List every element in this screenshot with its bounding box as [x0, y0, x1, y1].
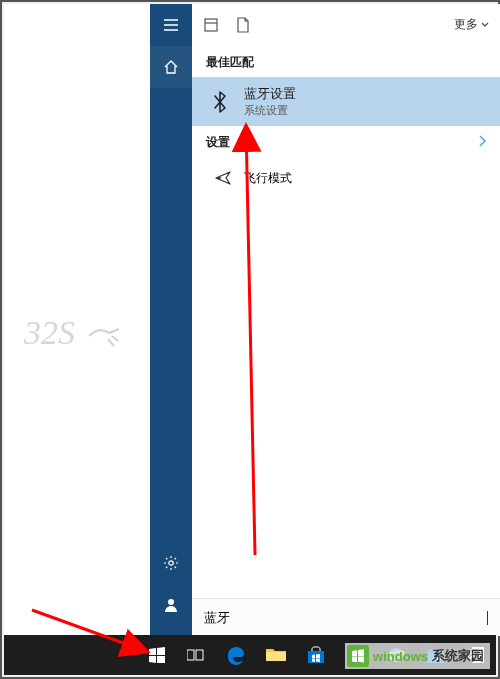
apps-filter-button[interactable]: [202, 16, 220, 34]
search-box[interactable]: [192, 598, 500, 636]
chevron-right-icon: [478, 135, 486, 150]
svg-point-1: [168, 599, 174, 605]
search-input[interactable]: [204, 610, 487, 625]
more-button[interactable]: 更多: [454, 16, 490, 33]
brand-sub-text: 系统家园: [432, 647, 484, 665]
svg-rect-4: [196, 650, 203, 660]
user-button[interactable]: [150, 584, 192, 626]
setting-item-label: 飞行模式: [244, 170, 292, 187]
best-match-section-label: 最佳匹配: [192, 46, 500, 77]
document-icon: [236, 17, 250, 33]
hamburger-icon: [163, 17, 179, 33]
apps-icon: [203, 17, 219, 33]
search-results-pane: 更多 最佳匹配 蓝牙设置 系统设置 设置: [192, 4, 500, 636]
start-button[interactable]: [137, 635, 177, 675]
best-match-subtitle: 系统设置: [244, 103, 296, 118]
svg-point-0: [169, 561, 173, 565]
results-header: 更多: [192, 4, 500, 46]
airplane-icon: [212, 167, 234, 189]
more-label: 更多: [454, 16, 478, 33]
user-icon: [163, 597, 179, 613]
windows-logo-icon: [149, 647, 165, 663]
settings-section-header[interactable]: 设置: [192, 126, 500, 159]
store-button[interactable]: [296, 635, 336, 675]
best-match-title: 蓝牙设置: [244, 85, 296, 103]
settings-button[interactable]: [150, 542, 192, 584]
start-sidebar: [150, 4, 192, 636]
settings-section-label: 设置: [206, 134, 230, 151]
home-icon: [163, 59, 179, 75]
edge-button[interactable]: [216, 635, 256, 675]
best-match-result[interactable]: 蓝牙设置 系统设置: [192, 77, 500, 126]
taskview-button[interactable]: [176, 635, 216, 675]
svg-rect-5: [266, 652, 286, 661]
taskview-icon: [187, 648, 205, 662]
brand-watermark: windows 系统家园: [345, 643, 490, 669]
start-search-panel: 更多 最佳匹配 蓝牙设置 系统设置 设置: [150, 4, 500, 636]
hamburger-menu-button[interactable]: [150, 4, 192, 46]
chevron-down-icon: [480, 20, 490, 30]
file-explorer-button[interactable]: [256, 635, 296, 675]
brand-logo-icon: [347, 645, 369, 667]
background-watermark: 32S: [24, 314, 124, 352]
store-icon: [307, 646, 325, 664]
setting-item-airplane-mode[interactable]: 飞行模式: [192, 159, 500, 197]
brand-main-text: windows: [373, 649, 428, 664]
folder-icon: [266, 647, 286, 663]
gear-icon: [163, 555, 179, 571]
svg-rect-2: [205, 19, 217, 31]
svg-rect-3: [187, 650, 194, 660]
home-button[interactable]: [150, 46, 192, 88]
edge-icon: [226, 645, 246, 665]
bluetooth-icon: [206, 88, 234, 116]
documents-filter-button[interactable]: [234, 16, 252, 34]
